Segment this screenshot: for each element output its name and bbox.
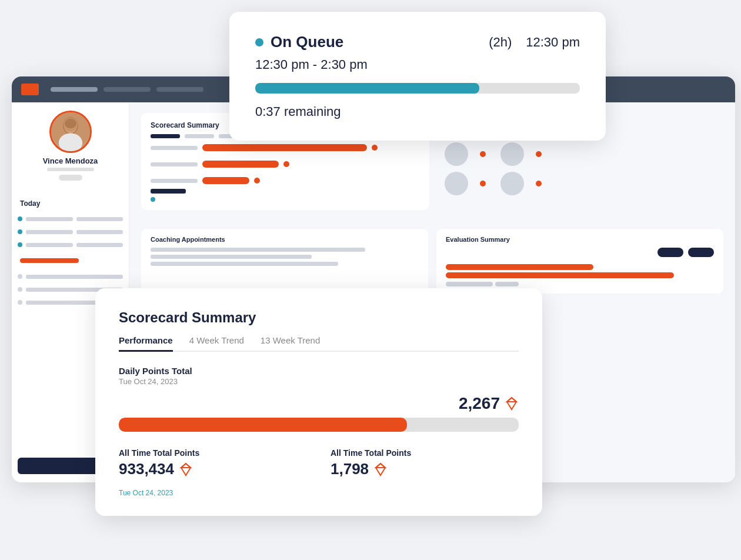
all-time-left-label: All Time Total Points	[119, 448, 307, 458]
daily-points-label: Daily Points Total	[119, 366, 519, 376]
mini-bar-row-2	[151, 161, 420, 168]
evaluation-title: Evaluation Summary	[446, 236, 714, 243]
profile-row-3	[445, 172, 486, 195]
list-dot	[18, 242, 22, 247]
mini-tab-2[interactable]	[185, 134, 214, 138]
svg-marker-8	[181, 464, 191, 475]
queue-title: On Queue	[255, 33, 343, 51]
svg-point-5	[64, 119, 76, 129]
sidebar-status-bar	[47, 168, 94, 171]
profile-row-2	[445, 142, 486, 166]
svg-marker-11	[376, 464, 385, 468]
profile-row-6	[500, 172, 542, 195]
sidebar-red-bar	[20, 258, 79, 263]
list-dot	[18, 287, 22, 292]
topbar-tab-1[interactable]	[51, 87, 98, 92]
diamond-icon	[505, 396, 519, 411]
list-dot	[18, 229, 22, 234]
topbar-tab-3[interactable]	[156, 87, 203, 92]
status-dot-red	[480, 181, 486, 186]
all-time-left-value: 933,434	[119, 460, 307, 478]
svg-marker-9	[181, 464, 191, 468]
avatar	[49, 111, 92, 153]
queue-remaining: 0:37 remaining	[255, 104, 580, 119]
queue-meta: (2h) 12:30 pm	[489, 35, 580, 50]
coaching-line	[151, 255, 312, 259]
user-name: Vince Mendoza	[43, 156, 98, 165]
tab-4week[interactable]: 4 Week Trend	[189, 335, 244, 351]
scorecard-card: Scorecard Summary Performance 4 Week Tre…	[95, 288, 542, 516]
topbar-tab-2[interactable]	[104, 87, 151, 92]
sidebar-user-area: Vince Mendoza	[18, 111, 123, 182]
list-line	[26, 217, 73, 221]
profile-circle	[500, 172, 524, 195]
list-line-short	[76, 217, 124, 221]
profile-circle	[500, 142, 524, 166]
list-dot	[18, 274, 22, 279]
mini-bar-fill	[202, 177, 249, 184]
coaching-line	[151, 262, 338, 266]
profile-circle	[445, 172, 468, 195]
today-label: Today	[20, 199, 123, 208]
scorecard-title: Scorecard Summary	[119, 309, 519, 326]
daily-points-bar-fill	[119, 418, 407, 432]
list-item	[18, 242, 123, 247]
coaching-card-mini: Coaching Appointments	[141, 229, 428, 294]
mini-bar-label	[151, 162, 198, 166]
mini-dot-red	[254, 178, 260, 184]
all-time-right-value: 1,798	[331, 460, 519, 478]
daily-points-value: 2,267	[459, 394, 500, 413]
svg-marker-7	[507, 398, 516, 402]
mini-bar-fill	[202, 161, 279, 168]
all-time-left: All Time Total Points 933,434	[119, 448, 307, 478]
mini-dot-blue	[151, 197, 155, 202]
evaluation-card-mini: Evaluation Summary	[436, 229, 723, 294]
tab-13week[interactable]: 13 Week Trend	[261, 335, 320, 351]
daily-date: Tue Oct 24, 2023	[119, 377, 519, 386]
mini-bar-row-3	[151, 177, 420, 184]
diamond-icon-left	[179, 462, 193, 476]
mini-dot-red	[283, 161, 289, 167]
scorecard-tabs: Performance 4 Week Trend 13 Week Trend	[119, 335, 519, 352]
list-dot	[18, 216, 22, 221]
tab-performance[interactable]: Performance	[119, 335, 173, 352]
list-line	[26, 243, 73, 247]
status-dot-red	[536, 181, 542, 186]
sidebar-action-btn[interactable]	[59, 175, 82, 181]
scorecard-footer-date: Tue Oct 24, 2023	[119, 489, 519, 497]
profile-circle	[445, 142, 468, 166]
daily-points-row: 2,267	[119, 394, 519, 413]
list-line	[26, 275, 123, 279]
mini-tab-1[interactable]	[151, 134, 180, 138]
all-time-right-label: All Time Total Points	[331, 448, 519, 458]
toggle-btn-2[interactable]	[688, 248, 714, 257]
svg-marker-10	[376, 464, 385, 475]
list-line-short	[76, 230, 124, 234]
queue-card: On Queue (2h) 12:30 pm 12:30 pm - 2:30 p…	[229, 12, 606, 141]
list-dot	[18, 300, 22, 305]
mini-bar-row-1	[151, 144, 420, 151]
coaching-line	[151, 248, 365, 252]
queue-status-dot	[255, 38, 263, 46]
coaching-title: Coaching Appointments	[151, 236, 419, 243]
svg-marker-6	[507, 398, 516, 409]
mini-bar-label	[151, 179, 198, 183]
queue-progress-bar	[255, 83, 580, 94]
app-logo	[21, 84, 39, 95]
list-item	[18, 216, 123, 221]
list-item	[18, 229, 123, 234]
list-line	[26, 230, 73, 234]
list-item	[18, 274, 123, 279]
mini-bar-fill	[202, 144, 367, 151]
mini-bar-label	[151, 146, 198, 150]
profile-row-5	[500, 142, 542, 166]
all-time-right: All Time Total Points 1,798	[331, 448, 519, 478]
toggle-btn-1[interactable]	[657, 248, 683, 257]
status-dot-red	[480, 151, 486, 157]
daily-points-bar	[119, 418, 519, 432]
scorecard-bottom: All Time Total Points 933,434 All Time T…	[119, 448, 519, 478]
queue-progress-fill	[255, 83, 479, 94]
queue-time-range: 12:30 pm - 2:30 pm	[255, 57, 580, 72]
status-dot-red	[536, 151, 542, 157]
list-line-short	[76, 243, 124, 247]
